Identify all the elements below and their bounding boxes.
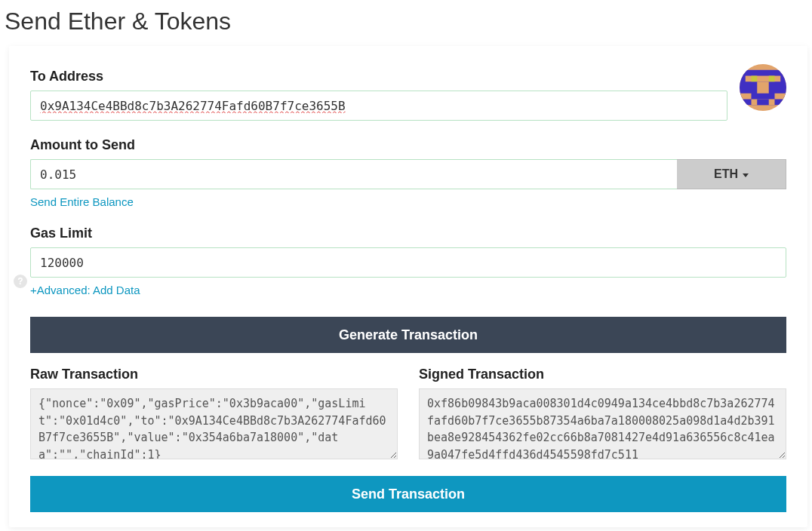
gas-limit-input[interactable] — [30, 247, 786, 278]
svg-rect-4 — [769, 76, 775, 82]
help-icon[interactable]: ? — [14, 275, 27, 288]
signed-tx-label: Signed Transaction — [419, 367, 786, 382]
send-transaction-button[interactable]: Send Transaction — [30, 476, 786, 512]
currency-select[interactable]: ETH — [677, 159, 786, 189]
svg-rect-3 — [752, 76, 758, 82]
to-address-label: To Address — [30, 69, 727, 84]
identicon-icon — [740, 64, 786, 111]
svg-rect-7 — [775, 94, 787, 100]
svg-rect-6 — [740, 94, 752, 100]
svg-rect-5 — [757, 81, 769, 94]
chevron-down-icon — [743, 173, 749, 177]
send-entire-balance-link[interactable]: Send Entire Balance — [30, 195, 134, 208]
address-identicon — [740, 64, 786, 111]
svg-rect-9 — [757, 100, 769, 106]
generate-transaction-button[interactable]: Generate Transaction — [30, 317, 786, 353]
amount-label: Amount to Send — [30, 137, 786, 153]
send-form-card: To Address Amount to Send ETH — [9, 46, 807, 527]
amount-input[interactable] — [30, 159, 677, 189]
raw-tx-textarea[interactable] — [30, 388, 398, 459]
svg-rect-2 — [746, 76, 781, 82]
to-address-input[interactable] — [30, 91, 727, 121]
raw-tx-label: Raw Transaction — [30, 367, 398, 382]
gas-limit-label: Gas Limit — [30, 226, 786, 241]
page-title: Send Ether & Tokens — [0, 0, 812, 46]
signed-tx-textarea[interactable] — [419, 388, 786, 459]
currency-value: ETH — [714, 167, 738, 181]
advanced-add-data-link[interactable]: +Advanced: Add Data — [30, 284, 140, 296]
